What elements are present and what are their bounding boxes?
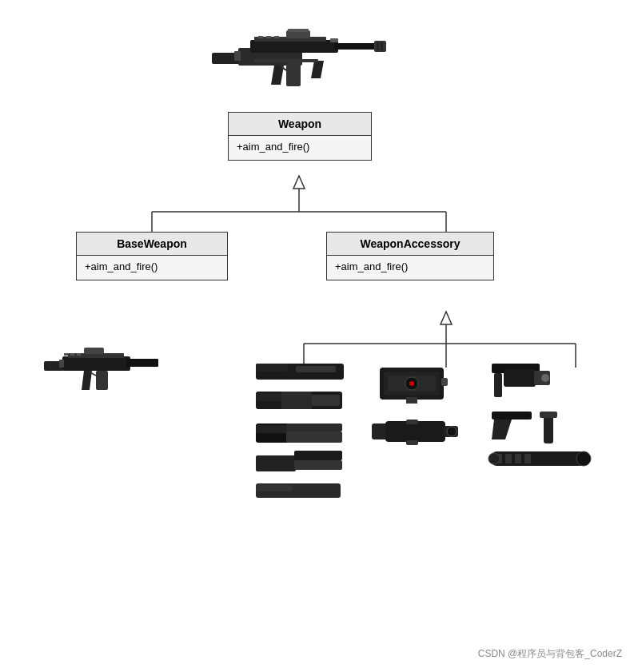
baseweapon-class-body: +aim_and_fire() [77, 256, 227, 280]
baseweapon-class-name: BaseWeapon [77, 233, 227, 256]
svg-rect-53 [294, 451, 342, 460]
svg-rect-49 [256, 425, 288, 433]
svg-rect-27 [377, 42, 379, 50]
svg-rect-36 [84, 348, 104, 354]
svg-rect-84 [544, 416, 553, 443]
baseweapon-method: +aim_and_fire() [85, 260, 219, 272]
scope-accessories-image [368, 364, 464, 491]
baseweapon-svg [40, 336, 168, 408]
svg-rect-85 [540, 412, 557, 418]
svg-rect-32 [126, 359, 158, 367]
svg-rect-75 [492, 412, 532, 420]
scopes-svg [368, 364, 464, 491]
weaponaccessory-class-box: WeaponAccessory +aim_and_fire() [326, 232, 494, 280]
stock-accessories-image [248, 360, 352, 503]
svg-rect-40 [77, 353, 81, 356]
svg-marker-46 [281, 392, 312, 409]
svg-rect-22 [330, 38, 338, 42]
svg-rect-54 [294, 460, 342, 470]
weapon-class-box: Weapon +aim_and_fire() [228, 112, 372, 161]
svg-rect-68 [406, 440, 418, 445]
svg-marker-76 [492, 420, 512, 439]
svg-point-83 [488, 453, 500, 464]
svg-rect-21 [288, 29, 309, 32]
svg-rect-62 [406, 397, 417, 404]
svg-marker-1 [293, 176, 305, 189]
svg-point-61 [409, 381, 414, 386]
svg-rect-81 [524, 454, 531, 463]
weaponaccessory-class-body: +aim_and_fire() [327, 256, 493, 280]
footer-credit: CSDN @程序员与背包客_CoderZ [478, 647, 622, 661]
svg-rect-67 [406, 420, 418, 424]
svg-rect-26 [274, 36, 279, 38]
svg-rect-38 [64, 353, 68, 356]
svg-marker-33 [82, 371, 92, 390]
weaponaccessory-class-name: WeaponAccessory [327, 233, 493, 256]
svg-rect-52 [256, 455, 296, 471]
diagram-container: Weapon +aim_and_fire() BaseWeapon +aim_a… [0, 0, 638, 672]
barrel-accessories-svg [488, 360, 600, 487]
svg-rect-14 [334, 43, 378, 50]
svg-rect-31 [62, 356, 130, 371]
svg-marker-18 [311, 61, 324, 78]
svg-point-74 [541, 374, 549, 382]
svg-rect-80 [515, 454, 521, 463]
svg-marker-6 [441, 312, 452, 324]
weaponaccessory-method: +aim_and_fire() [335, 260, 485, 272]
weapon-class-body: +aim_and_fire() [229, 136, 371, 160]
svg-rect-25 [266, 36, 271, 38]
svg-rect-50 [286, 423, 342, 431]
svg-rect-37 [59, 360, 64, 368]
svg-rect-28 [381, 42, 383, 50]
svg-rect-29 [254, 59, 318, 62]
svg-rect-72 [504, 369, 536, 387]
svg-rect-45 [256, 393, 284, 401]
svg-rect-63 [441, 378, 448, 386]
main-weapon-svg [210, 14, 388, 102]
svg-point-82 [576, 451, 591, 466]
svg-rect-39 [70, 353, 74, 356]
svg-rect-79 [505, 454, 512, 463]
svg-rect-43 [296, 366, 336, 372]
svg-rect-24 [258, 36, 263, 38]
stocks-svg [248, 360, 352, 503]
svg-marker-16 [271, 66, 284, 85]
svg-rect-71 [494, 373, 502, 397]
weapon-class-name: Weapon [229, 113, 371, 136]
svg-rect-42 [256, 364, 288, 372]
svg-rect-47 [312, 395, 340, 406]
baseweapon-class-box: BaseWeapon +aim_and_fire() [76, 232, 228, 280]
svg-rect-56 [256, 485, 292, 491]
svg-rect-23 [234, 51, 241, 61]
svg-rect-13 [250, 40, 338, 53]
svg-rect-15 [374, 41, 386, 52]
baseweapon-image [40, 336, 168, 408]
svg-rect-51 [286, 431, 342, 443]
svg-point-69 [447, 427, 457, 436]
barrel-accessories-image [488, 360, 600, 487]
weapon-image [210, 14, 388, 102]
weapon-method: +aim_and_fire() [237, 141, 363, 153]
